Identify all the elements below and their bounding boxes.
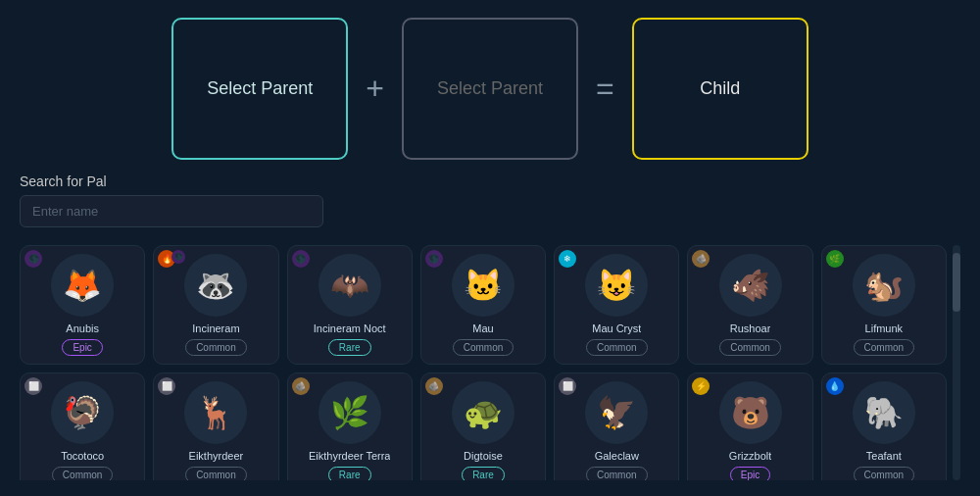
plus-operator: + (366, 71, 384, 107)
pal-icon-area: 🐘 (853, 381, 915, 444)
pal-icon-area: 🌿 (318, 381, 381, 444)
pal-emoji: 🦊 (63, 267, 102, 304)
type-badge: 🪨 (292, 377, 310, 395)
pal-icon-area: 🦊 (51, 254, 114, 317)
pal-name: Mau Cryst (592, 322, 641, 334)
pal-card[interactable]: ❄😺Mau CrystCommon (554, 245, 679, 365)
pal-icon-area: 🐗 (719, 254, 782, 317)
pal-card[interactable]: 🌑🦇Incineram NoctRare (287, 245, 413, 365)
type-badge: ⬜ (24, 377, 42, 395)
pal-grid: 🌑🦊AnubisEpic🔥🌑🦝IncineramCommon🌑🦇Incinera… (20, 245, 947, 480)
pal-icon-area: 🐻 (719, 381, 782, 444)
type-badge: 🪨 (692, 250, 710, 268)
type-badge: ⚡ (692, 377, 710, 395)
child-box: Child (632, 18, 808, 160)
pal-name: Mau (472, 322, 493, 334)
rarity-badge: Rare (328, 339, 371, 356)
type-badge: ⬜ (158, 377, 175, 395)
pal-card[interactable]: ⚡🐻GrizzboltEpic (687, 372, 812, 480)
pal-icon-area: 🦌 (184, 381, 247, 444)
pal-name: Incineram (192, 322, 239, 334)
rarity-badge: Common (854, 467, 915, 480)
rarity-badge: Common (586, 467, 648, 480)
pal-icon-area: 🦅 (585, 381, 648, 444)
pal-icon-area: 🦃 (51, 381, 114, 444)
pal-icon-area: 🐿️ (853, 254, 915, 317)
scrollbar-thumb (953, 253, 960, 312)
pal-card[interactable]: 🪨🐢DigtoiseRare (420, 372, 546, 480)
rarity-badge: Common (854, 339, 915, 356)
type2-badge: 🌑 (172, 250, 185, 264)
pal-card[interactable]: 🌑🐱MauCommon (420, 245, 546, 365)
pal-emoji: 🐻 (731, 394, 770, 431)
pal-name: Eikthyrdeer (189, 450, 244, 462)
pal-emoji: 🐗 (731, 267, 770, 304)
parent1-box[interactable]: Select Parent (172, 18, 348, 160)
type-badge: 🌿 (826, 250, 844, 268)
type-badge: 🌑 (292, 250, 310, 268)
pal-card[interactable]: 🔥🌑🦝IncineramCommon (153, 245, 278, 365)
pal-name: Galeclaw (595, 450, 639, 462)
pal-name: Digtoise (464, 450, 503, 462)
rarity-badge: Common (52, 467, 114, 480)
parent2-box[interactable]: Select Parent (402, 18, 578, 160)
pal-card[interactable]: 💧🐘TeafantCommon (821, 372, 947, 480)
pal-name: Grizzbolt (729, 450, 771, 462)
rarity-badge: Common (185, 467, 247, 480)
rarity-badge: Epic (62, 339, 102, 356)
pal-name: Anubis (66, 322, 99, 334)
search-input[interactable] (20, 195, 323, 227)
pal-name: Tocotoco (61, 450, 104, 462)
type-badge: 💧 (826, 377, 844, 395)
pal-name: Eikthyrdeer Terra (309, 450, 391, 462)
rarity-badge: Common (719, 339, 781, 356)
rarity-badge: Epic (730, 467, 770, 480)
pal-icon-area: 🦇 (318, 254, 381, 317)
child-label: Child (700, 78, 740, 99)
pal-name: Incineram Noct (314, 322, 386, 334)
rarity-badge: Rare (462, 467, 505, 480)
pal-emoji: 🦌 (196, 394, 235, 431)
breeding-section: Select Parent + Select Parent = Child (0, 0, 980, 174)
pal-emoji: 🐱 (464, 267, 503, 304)
pal-card[interactable]: 🌑🦊AnubisEpic (20, 245, 145, 365)
pal-emoji: 🦇 (330, 267, 369, 304)
pal-emoji: 🦅 (597, 394, 636, 431)
scrollbar[interactable] (953, 245, 960, 480)
pal-card[interactable]: 🪨🌿Eikthyrdeer TerraRare (287, 372, 413, 480)
type-badge: ⬜ (559, 377, 576, 395)
pal-name: Rushoar (730, 322, 771, 334)
pal-name: Teafant (866, 450, 902, 462)
rarity-badge: Common (586, 339, 648, 356)
type-badge: ❄ (559, 250, 576, 268)
pal-emoji: 🦝 (196, 267, 235, 304)
search-section: Search for Pal (0, 174, 980, 237)
rarity-badge: Rare (328, 467, 371, 480)
pal-emoji: 🐘 (864, 394, 904, 431)
pal-card[interactable]: ⬜🦃TocotocoCommon (20, 372, 145, 480)
pal-grid-wrapper: 🌑🦊AnubisEpic🔥🌑🦝IncineramCommon🌑🦇Incinera… (0, 237, 980, 480)
pal-icon-area: 😺 (585, 254, 648, 317)
parent1-label: Select Parent (207, 78, 313, 99)
pal-icon-area: 🐱 (452, 254, 514, 317)
pal-icon-area: 🦝 (184, 254, 247, 317)
pal-emoji: 🦃 (63, 394, 102, 431)
pal-card[interactable]: ⬜🦌EikthyrdeerCommon (153, 372, 278, 480)
pal-card[interactable]: 🪨🐗RushoarCommon (687, 245, 812, 365)
pal-emoji: 🐿️ (864, 267, 904, 304)
pal-emoji: 😺 (597, 267, 636, 304)
equals-operator: = (596, 71, 614, 107)
pal-emoji: 🐢 (464, 394, 503, 431)
search-label: Search for Pal (20, 174, 960, 189)
pal-name: Lifmunk (865, 322, 904, 334)
pal-card[interactable]: 🌿🐿️LifmunkCommon (821, 245, 947, 365)
parent2-label: Select Parent (437, 78, 543, 99)
type-badge: 🌑 (24, 250, 42, 268)
type-badge: 🌑 (425, 250, 443, 268)
pal-emoji: 🌿 (330, 394, 369, 431)
pal-icon-area: 🐢 (452, 381, 514, 444)
type-badge: 🪨 (425, 377, 443, 395)
rarity-badge: Common (453, 339, 514, 356)
pal-card[interactable]: ⬜🦅GaleclawCommon (554, 372, 679, 480)
rarity-badge: Common (185, 339, 247, 356)
